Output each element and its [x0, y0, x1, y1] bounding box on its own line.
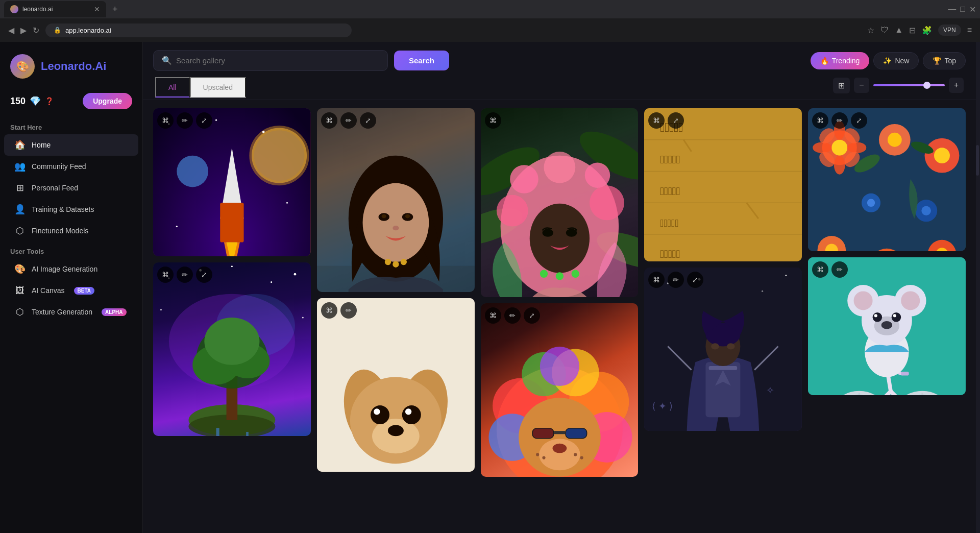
sort-new-button[interactable]: ✨ New — [873, 52, 919, 69]
maximize-button[interactable]: □ — [960, 5, 965, 14]
edit-btn-woman[interactable]: ✏ — [340, 112, 357, 129]
command-btn-warrior[interactable]: ⌘ — [648, 272, 665, 288]
bookmark-icon[interactable]: ☆ — [867, 26, 874, 35]
svg-point-82 — [540, 347, 579, 386]
slider-track[interactable] — [873, 84, 945, 86]
url-text: app.leonardo.ai — [65, 27, 111, 34]
sidebar-item-community-feed[interactable]: 👥 Community Feed — [4, 156, 138, 177]
alpha-badge: ALPHA — [102, 308, 126, 316]
svg-point-43 — [381, 214, 386, 219]
gallery-item-rocket[interactable]: ⌘ ✏ ⤢ — [153, 108, 311, 256]
expand-btn-lion[interactable]: ⤢ — [524, 307, 540, 324]
gallery-item-lion[interactable]: ⌘ ✏ ⤢ — [481, 303, 639, 477]
command-btn-lion[interactable]: ⌘ — [485, 307, 501, 324]
image-woman — [317, 108, 475, 292]
close-button[interactable]: ✕ — [969, 5, 976, 14]
command-btn-koala[interactable]: ⌘ — [812, 261, 828, 278]
gallery-item-girl[interactable]: ⌘ — [481, 108, 639, 297]
command-btn-hieroglyphs[interactable]: ⌘ — [648, 112, 665, 129]
search-button[interactable]: Search — [394, 51, 449, 70]
warrior-svg: ⟨ ✦ ⟩ ✧ ⊕ ⊗ — [644, 268, 802, 431]
gallery-grid: ⌘ ✏ ⤢ — [143, 100, 976, 485]
overlay-rocket: ⌘ ✏ ⤢ — [153, 108, 311, 133]
edit-btn-dog[interactable]: ✏ — [340, 302, 357, 319]
image-tree — [153, 262, 311, 436]
sidebar-item-ai-image-generation[interactable]: 🎨 AI Image Generation — [4, 258, 138, 280]
gallery-item-warrior[interactable]: ⟨ ✦ ⟩ ✧ ⊕ ⊗ ⌘ ✏ ⤢ — [644, 268, 802, 431]
command-btn-dog[interactable]: ⌘ — [321, 302, 337, 319]
search-input[interactable] — [176, 56, 379, 65]
shield-icon[interactable]: 🛡 — [880, 26, 889, 35]
active-tab[interactable]: leonardo.ai ✕ — [4, 1, 106, 17]
command-btn-woman[interactable]: ⌘ — [321, 112, 337, 129]
gallery-item-koala[interactable]: ⌘ ✏ — [808, 257, 966, 395]
upgrade-button[interactable]: Upgrade — [83, 93, 132, 109]
svg-point-182 — [892, 312, 901, 322]
edit-btn-koala[interactable]: ✏ — [831, 261, 848, 278]
slider-thumb[interactable] — [923, 82, 930, 89]
sidebar-item-ai-canvas[interactable]: 🖼 AI Canvas BETA — [4, 280, 138, 301]
triangle-icon[interactable]: ▲ — [895, 26, 903, 35]
menu-icon[interactable]: ≡ — [967, 26, 972, 35]
help-icon[interactable]: ❓ — [45, 97, 54, 105]
logo-avatar: 🎨 — [10, 54, 35, 79]
gallery-item-dog[interactable]: ⌘ ✏ — [317, 298, 475, 472]
svg-point-68 — [544, 152, 575, 183]
expand-btn-warrior[interactable]: ⤢ — [687, 272, 703, 288]
command-btn-tree[interactable]: ⌘ — [157, 266, 174, 283]
tab-close-button[interactable]: ✕ — [94, 5, 100, 13]
expand-btn-hieroglyphs[interactable]: ⤢ — [668, 112, 684, 129]
gallery-item-woman[interactable]: ⌘ ✏ ⤢ — [317, 108, 475, 292]
back-button[interactable]: ◀ — [8, 26, 14, 35]
expand-btn-flowers[interactable]: ⤢ — [851, 112, 867, 129]
svg-point-69 — [529, 204, 589, 273]
filter-tab-all[interactable]: All — [155, 77, 190, 98]
filter-tab-upscaled[interactable]: Upscaled — [190, 77, 246, 98]
svg-rect-173 — [901, 372, 909, 376]
sidebar-item-label-home: Home — [32, 141, 51, 149]
svg-point-66 — [510, 165, 538, 193]
edit-btn-flowers[interactable]: ✏ — [831, 112, 848, 129]
command-btn-rocket[interactable]: ⌘ — [157, 112, 174, 129]
edit-btn-rocket[interactable]: ✏ — [177, 112, 193, 129]
scrollbar-thumb[interactable] — [976, 145, 979, 176]
svg-point-8 — [176, 226, 178, 227]
edit-btn-lion[interactable]: ✏ — [504, 307, 521, 324]
forward-button[interactable]: ▶ — [20, 26, 27, 35]
svg-point-93 — [574, 453, 577, 456]
sidebar-item-home[interactable]: 🏠 Home — [4, 134, 138, 156]
new-tab-button[interactable]: + — [108, 4, 122, 15]
sidebar-item-texture-generation[interactable]: ⬡ Texture Generation ALPHA — [4, 301, 138, 323]
edit-btn-tree[interactable]: ✏ — [177, 266, 193, 283]
zoom-in-button[interactable]: + — [949, 78, 964, 93]
command-btn-girl[interactable]: ⌘ — [485, 112, 501, 129]
command-btn-flowers[interactable]: ⌘ — [812, 112, 828, 129]
expand-btn-woman[interactable]: ⤢ — [360, 112, 376, 129]
zoom-slider[interactable] — [873, 84, 945, 86]
tree-svg — [153, 262, 311, 436]
gallery-item-hieroglyphs[interactable]: 𓂀𓃀𓄿𓅱𓆣 𓇳𓈖𓉐𓊃𓋴 𓌨𓍢𓎛𓏏𓐍 𓀁𓁄𓂓𓃛𓄾 𓅓𓆎𓇋𓈅𓉻 𓊨𓋹𓌳𓍯𓎟 𓏛𓐖𓀀𓁿… — [644, 108, 802, 261]
zoom-out-button[interactable]: − — [854, 78, 869, 93]
gallery-item-tree[interactable]: ⌘ ✏ ⤢ — [153, 262, 311, 436]
extensions-icon[interactable]: 🧩 — [922, 26, 932, 35]
grid-view-button[interactable]: ⊞ — [833, 78, 850, 93]
sidebar-item-personal-feed[interactable]: ⊞ Personal Feed — [4, 177, 138, 199]
sidebar-item-finetuned-models[interactable]: ⬡ Finetuned Models — [4, 220, 138, 241]
svg-point-23 — [160, 309, 162, 310]
address-input[interactable]: 🔒 app.leonardo.ai — [45, 23, 352, 37]
expand-btn-tree[interactable]: ⤢ — [196, 266, 212, 283]
refresh-button[interactable]: ↻ — [33, 26, 39, 35]
vpn-badge[interactable]: VPN — [938, 25, 961, 36]
sort-trending-button[interactable]: 🔥 Trending — [811, 52, 870, 69]
gallery-item-flowers[interactable]: ⌘ ✏ ⤢ — [808, 108, 966, 251]
sidebar-item-training-datasets[interactable]: 👤 Training & Datasets — [4, 199, 138, 220]
svg-point-54 — [371, 405, 389, 424]
sort-top-button[interactable]: 🏆 Top — [923, 52, 966, 69]
sidebar-toggle-icon[interactable]: ⊟ — [909, 26, 916, 35]
woman-svg — [317, 108, 475, 292]
gallery-top-bar: 🔍 Search 🔥 Trending ✨ New 🏆 Top — [153, 50, 966, 71]
edit-btn-warrior[interactable]: ✏ — [668, 272, 684, 288]
scrollbar[interactable] — [976, 42, 980, 533]
expand-btn-rocket[interactable]: ⤢ — [196, 112, 212, 129]
minimize-button[interactable]: — — [948, 5, 956, 14]
